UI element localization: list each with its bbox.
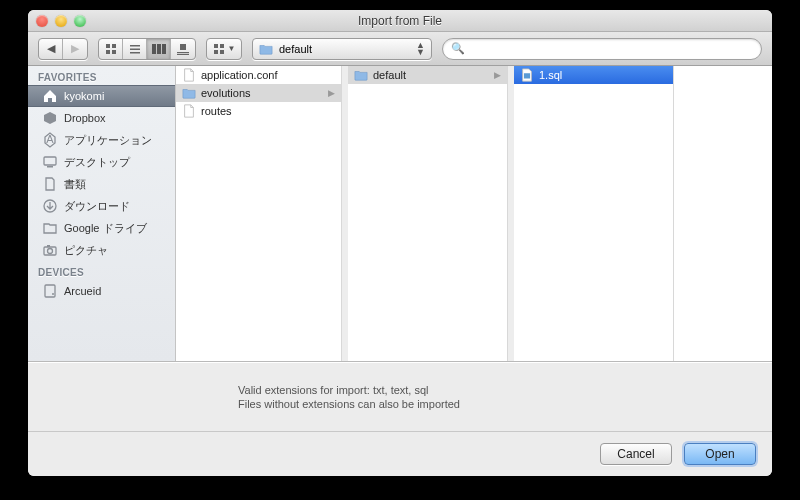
- toolbar: ◀ ▶ ▼ default ▲▼ 🔍: [28, 32, 772, 66]
- browser-column[interactable]: default▶: [342, 66, 508, 361]
- app-icon: A: [42, 132, 58, 148]
- list-icon: [129, 43, 141, 55]
- svg-rect-24: [45, 285, 55, 297]
- back-button[interactable]: ◀: [39, 39, 63, 59]
- svg-rect-14: [220, 44, 224, 48]
- desktop-icon: [42, 154, 58, 170]
- svg-rect-19: [47, 166, 53, 168]
- sidebar-item-label: Google ドライブ: [64, 221, 147, 236]
- svg-rect-9: [162, 44, 166, 54]
- sidebar-item-label: Arcueid: [64, 285, 101, 297]
- sidebar-item[interactable]: Aアプリケーション: [28, 129, 175, 151]
- sidebar: FAVORITES kyokomiDropboxAアプリケーションデスクトップ書…: [28, 66, 176, 361]
- updown-icon: ▲▼: [416, 42, 425, 56]
- download-icon: [42, 198, 58, 214]
- window-title: Import from File: [28, 14, 772, 28]
- svg-rect-26: [524, 73, 530, 78]
- camera-icon: [42, 242, 58, 258]
- row-label: 1.sql: [539, 69, 562, 81]
- columns-icon: [152, 43, 166, 55]
- column-browser: application.confevolutions▶routesdefault…: [176, 66, 772, 361]
- view-mode-segmented: [98, 38, 196, 60]
- sidebar-item[interactable]: Dropbox: [28, 107, 175, 129]
- svg-rect-4: [130, 45, 140, 47]
- disk-icon: [42, 283, 58, 299]
- forward-button[interactable]: ▶: [63, 39, 87, 59]
- folder-icon: [42, 220, 58, 236]
- cancel-button[interactable]: Cancel: [600, 443, 672, 465]
- sidebar-item-label: kyokomi: [64, 90, 104, 102]
- svg-rect-18: [44, 157, 56, 165]
- svg-rect-5: [130, 48, 140, 50]
- sidebar-item-label: アプリケーション: [64, 133, 152, 148]
- view-coverflow-button[interactable]: [171, 39, 195, 59]
- svg-point-25: [52, 293, 54, 295]
- chevron-right-icon: ▶: [71, 42, 79, 55]
- svg-rect-8: [157, 44, 161, 54]
- svg-rect-23: [47, 245, 50, 247]
- file-icon: [182, 68, 196, 82]
- sidebar-item-label: デスクトップ: [64, 155, 130, 170]
- search-field[interactable]: 🔍: [442, 38, 762, 60]
- svg-point-22: [48, 249, 53, 254]
- svg-rect-11: [177, 52, 189, 53]
- search-icon: 🔍: [451, 42, 465, 55]
- hint-panel: Valid extensions for import: txt, text, …: [28, 362, 772, 432]
- svg-rect-10: [180, 44, 186, 50]
- svg-rect-3: [112, 50, 116, 54]
- path-label: default: [279, 43, 312, 55]
- sidebar-section-devices: DEVICES: [28, 261, 175, 280]
- sidebar-item-label: ピクチャ: [64, 243, 108, 258]
- nav-back-forward: ◀ ▶: [38, 38, 88, 60]
- path-popup-button[interactable]: default ▲▼: [252, 38, 432, 60]
- svg-rect-16: [220, 50, 224, 54]
- sidebar-item[interactable]: 書類: [28, 173, 175, 195]
- sidebar-item[interactable]: ダウンロード: [28, 195, 175, 217]
- file-row[interactable]: application.conf: [176, 66, 341, 84]
- file-open-dialog: Import from File ◀ ▶ ▼ default ▲▼ 🔍 FAVO…: [28, 10, 772, 476]
- box-icon: [42, 110, 58, 126]
- dialog-footer: Cancel Open: [28, 432, 772, 476]
- sidebar-item[interactable]: デスクトップ: [28, 151, 175, 173]
- hint-line: Valid extensions for import: txt, text, …: [238, 383, 742, 397]
- file-icon: [520, 68, 534, 82]
- arrange-menu[interactable]: ▼: [206, 38, 242, 60]
- view-columns-button[interactable]: [147, 39, 171, 59]
- arrange-icon: [213, 43, 225, 55]
- sidebar-item[interactable]: ピクチャ: [28, 239, 175, 261]
- home-icon: [42, 88, 58, 104]
- folder-row[interactable]: evolutions▶: [176, 84, 341, 102]
- chevron-left-icon: ◀: [47, 42, 55, 55]
- grid-icon: [105, 43, 117, 55]
- sidebar-item[interactable]: Arcueid: [28, 280, 175, 302]
- view-icons-button[interactable]: [99, 39, 123, 59]
- svg-rect-6: [130, 52, 140, 54]
- svg-text:A: A: [46, 133, 54, 145]
- row-label: default: [373, 69, 406, 81]
- open-button[interactable]: Open: [684, 443, 756, 465]
- svg-rect-0: [106, 44, 110, 48]
- view-list-button[interactable]: [123, 39, 147, 59]
- sidebar-item[interactable]: Google ドライブ: [28, 217, 175, 239]
- folder-row[interactable]: default▶: [348, 66, 507, 84]
- folder-icon: [182, 86, 196, 100]
- svg-rect-12: [177, 54, 189, 55]
- titlebar[interactable]: Import from File: [28, 10, 772, 32]
- file-row[interactable]: 1.sql: [514, 66, 673, 84]
- chevron-right-icon: ▶: [328, 88, 335, 98]
- hint-line: Files without extensions can also be imp…: [238, 397, 742, 411]
- sidebar-item-label: ダウンロード: [64, 199, 130, 214]
- file-icon: [182, 104, 196, 118]
- search-input[interactable]: [469, 43, 753, 55]
- row-label: evolutions: [201, 87, 251, 99]
- browser-column[interactable]: 1.sql: [508, 66, 674, 361]
- browser-column[interactable]: application.confevolutions▶routes: [176, 66, 342, 361]
- sidebar-item[interactable]: kyokomi: [28, 85, 175, 107]
- svg-rect-2: [106, 50, 110, 54]
- svg-rect-15: [214, 50, 218, 54]
- doc-icon: [42, 176, 58, 192]
- folder-icon: [354, 68, 368, 82]
- chevron-down-icon: ▼: [228, 44, 236, 53]
- file-row[interactable]: routes: [176, 102, 341, 120]
- svg-rect-1: [112, 44, 116, 48]
